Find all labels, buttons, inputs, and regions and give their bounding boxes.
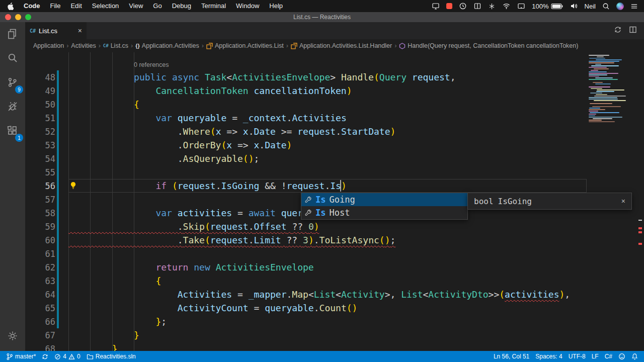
screen-mirroring-icon[interactable]: [517, 2, 525, 10]
source-control-icon[interactable]: 9: [0, 70, 25, 95]
suggest-item-ishost[interactable]: IsHost: [301, 206, 467, 219]
zoom-window-button[interactable]: [25, 14, 31, 20]
line-number[interactable]: 54: [25, 154, 55, 164]
settings-gear-icon[interactable]: [0, 324, 25, 348]
tab-list-cs[interactable]: C# List.cs ×: [25, 22, 87, 39]
apple-menu-icon[interactable]: [0, 3, 19, 10]
indentation-indicator[interactable]: Spaces: 4: [532, 351, 565, 362]
menu-item-code[interactable]: Code: [19, 0, 45, 12]
code-line-64[interactable]: 64 Activities = _mapper.Map<List<Activit…: [25, 288, 644, 301]
menu-item-help[interactable]: Help: [264, 0, 288, 12]
code-line-48[interactable]: 48 public async Task<ActivitiesEnvelope>…: [25, 70, 644, 84]
line-number[interactable]: 53: [25, 140, 55, 150]
line-number[interactable]: 63: [25, 276, 55, 286]
problems-indicator[interactable]: 4 0: [51, 351, 83, 362]
code-line-51[interactable]: 51 var queryable = _context.Activities: [25, 111, 644, 125]
encoding-indicator[interactable]: UTF-8: [566, 351, 589, 362]
line-number[interactable]: 57: [25, 195, 55, 205]
breadcrumb-item[interactable]: {}Application.Activities: [135, 42, 199, 49]
battery-indicator[interactable]: 100%: [532, 3, 563, 10]
code-line-68[interactable]: 68 }: [25, 342, 644, 351]
solution-indicator[interactable]: Reactivities.sln: [84, 351, 139, 362]
breadcrumb-item[interactable]: Application: [33, 42, 64, 49]
close-window-button[interactable]: [5, 14, 11, 20]
line-number[interactable]: 50: [25, 100, 55, 110]
code-line-50[interactable]: 50 {: [25, 98, 644, 111]
menu-item-file[interactable]: File: [45, 0, 66, 12]
code-line-49[interactable]: 49 CancellationToken cancellationToken): [25, 84, 644, 98]
window-manager-icon[interactable]: [473, 2, 481, 10]
suggest-item-isgoing[interactable]: IsGoing: [301, 193, 467, 206]
monitor-icon[interactable]: [432, 2, 440, 10]
clock-icon[interactable]: [459, 2, 467, 10]
explorer-icon[interactable]: [0, 22, 25, 46]
breadcrumb-item[interactable]: Application.Activities.List.Handler: [291, 42, 392, 49]
menu-item-debug[interactable]: Debug: [167, 0, 196, 12]
overview-ruler[interactable]: [636, 52, 644, 351]
volume-icon[interactable]: [570, 3, 578, 10]
line-number[interactable]: 58: [25, 208, 55, 218]
extensions-icon[interactable]: 1: [0, 119, 25, 143]
breadcrumb-item[interactable]: C#List.cs: [103, 42, 128, 49]
line-number[interactable]: 59: [25, 222, 55, 232]
codelens-references[interactable]: 0 references: [25, 52, 644, 70]
code-line-66[interactable]: 66 };: [25, 315, 644, 328]
line-number[interactable]: 66: [25, 317, 55, 327]
code-line-54[interactable]: 54 .AsQueryable();: [25, 152, 644, 165]
line-number[interactable]: 48: [25, 72, 55, 82]
menu-item-edit[interactable]: Edit: [65, 0, 87, 12]
code-line-61[interactable]: 61: [25, 247, 644, 260]
menu-item-window[interactable]: Window: [231, 0, 264, 12]
breadcrumb-item[interactable]: Activities: [71, 42, 96, 49]
code-editor[interactable]: 0 references 48 public async Task<Activi…: [25, 52, 644, 351]
spotlight-search-icon[interactable]: [602, 3, 610, 10]
line-number[interactable]: 64: [25, 290, 55, 300]
feedback-smiley-icon[interactable]: [615, 351, 628, 362]
line-number[interactable]: 49: [25, 86, 55, 96]
siri-icon[interactable]: [616, 3, 624, 10]
code-line-53[interactable]: 53 .OrderBy(x => x.Date): [25, 138, 644, 152]
sync-changes-button[interactable]: [39, 351, 51, 362]
eol-indicator[interactable]: LF: [589, 351, 602, 362]
line-number[interactable]: 60: [25, 235, 55, 245]
notifications-bell-icon[interactable]: [628, 351, 641, 362]
line-number[interactable]: 65: [25, 303, 55, 313]
line-number[interactable]: 67: [25, 330, 55, 340]
tab-close-icon[interactable]: ×: [78, 27, 82, 35]
git-branch-indicator[interactable]: master*: [3, 351, 39, 362]
line-number[interactable]: 51: [25, 113, 55, 123]
line-number[interactable]: 61: [25, 249, 55, 259]
open-changes-icon[interactable]: [614, 26, 622, 36]
line-number[interactable]: 68: [25, 344, 55, 351]
lightbulb-icon[interactable]: [69, 182, 77, 192]
wifi-icon[interactable]: [502, 3, 511, 10]
code-line-55[interactable]: 55: [25, 165, 644, 179]
menu-item-go[interactable]: Go: [148, 0, 167, 12]
menu-item-selection[interactable]: Selection: [87, 0, 124, 12]
minimize-window-button[interactable]: [15, 14, 21, 20]
code-line-62[interactable]: 62 return new ActivitiesEnvelope: [25, 260, 644, 274]
split-editor-icon[interactable]: [629, 26, 637, 36]
debug-icon[interactable]: [0, 95, 25, 119]
line-number[interactable]: 55: [25, 167, 55, 177]
menu-item-terminal[interactable]: Terminal: [196, 0, 231, 12]
code-line-59[interactable]: 59 .Skip(request.Offset ?? 0): [25, 220, 644, 233]
breadcrumb-item[interactable]: Application.Activities.List: [206, 42, 284, 49]
code-line-67[interactable]: 67 }: [25, 328, 644, 342]
search-icon[interactable]: [0, 46, 25, 70]
control-center-icon[interactable]: [630, 3, 638, 10]
code-line-56[interactable]: 56 if (request.IsGoing && !request.Is): [25, 179, 644, 193]
code-line-52[interactable]: 52 .Where(x => x.Date >= request.StartDa…: [25, 125, 644, 138]
snowflake-icon[interactable]: [488, 3, 496, 10]
breadcrumb-item[interactable]: Handle(Query request, CancellationToken …: [399, 42, 578, 49]
language-mode-indicator[interactable]: C#: [602, 351, 615, 362]
suggest-close-icon[interactable]: ×: [621, 197, 625, 205]
record-app-icon[interactable]: [446, 3, 452, 9]
code-line-60[interactable]: 60 .Take(request.Limit ?? 3).ToListAsync…: [25, 233, 644, 247]
line-number[interactable]: 52: [25, 127, 55, 137]
code-line-65[interactable]: 65 ActivityCount = queryable.Count(): [25, 301, 644, 315]
user-menu[interactable]: Neil: [585, 3, 596, 10]
line-number[interactable]: 56: [25, 181, 55, 191]
line-number[interactable]: 62: [25, 262, 55, 273]
menu-item-view[interactable]: View: [124, 0, 148, 12]
